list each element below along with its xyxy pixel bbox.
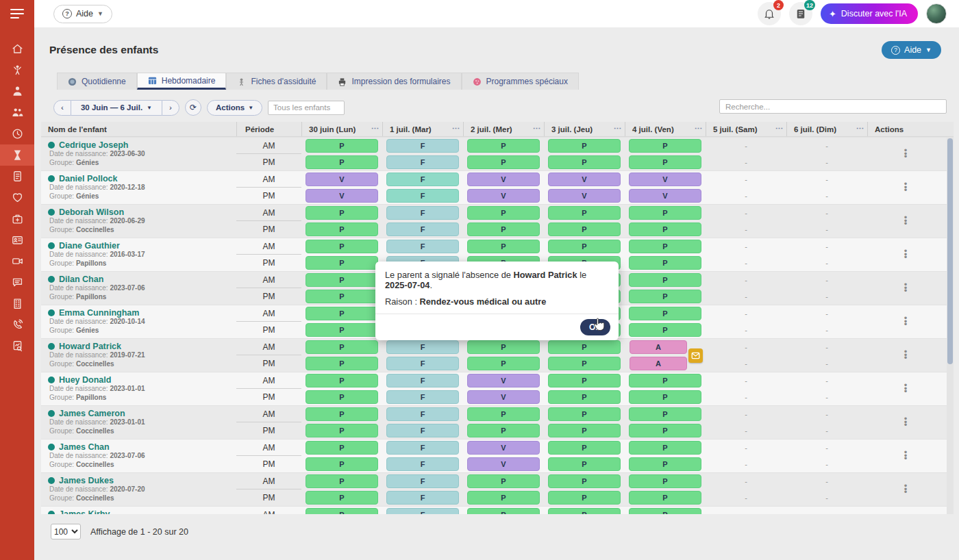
status-cell-p[interactable]: P	[629, 206, 701, 220]
status-cell-a[interactable]: A	[630, 357, 687, 370]
status-cell-p[interactable]: P	[548, 390, 621, 404]
status-cell-p[interactable]: P	[629, 290, 701, 303]
status-cell-p[interactable]: P	[548, 374, 621, 387]
row-menu-icon[interactable]: •••	[904, 149, 908, 159]
status-cell-p[interactable]: P	[306, 273, 378, 287]
status-cell-v[interactable]: V	[467, 390, 540, 404]
sidebar-item-report[interactable]	[0, 335, 34, 357]
status-cell-p[interactable]: P	[467, 407, 540, 421]
status-cell-p[interactable]: P	[306, 206, 378, 220]
previous-week-button[interactable]: ‹	[53, 100, 71, 116]
status-cell-f[interactable]: F	[386, 457, 459, 471]
status-cell-p[interactable]: P	[306, 474, 378, 488]
status-cell-f[interactable]: F	[386, 508, 459, 514]
status-cell-a[interactable]: A	[630, 340, 687, 354]
row-menu-icon[interactable]: •••	[904, 183, 908, 192]
status-cell-p[interactable]: P	[629, 441, 701, 455]
status-cell-p[interactable]: P	[548, 474, 621, 488]
sidebar-item-chat[interactable]	[0, 272, 34, 293]
status-cell-v[interactable]: V	[548, 173, 621, 186]
child-name-link[interactable]: Huey Donald	[48, 375, 234, 385]
status-cell-f[interactable]: F	[386, 340, 459, 354]
status-cell-p[interactable]: P	[629, 390, 701, 404]
status-cell-f[interactable]: F	[386, 357, 459, 370]
sidebar-item-child[interactable]	[0, 60, 34, 81]
status-cell-p[interactable]: P	[306, 457, 378, 471]
actions-dropdown[interactable]: Actions ▼	[207, 100, 262, 116]
status-cell-p[interactable]: P	[548, 206, 621, 220]
status-cell-v[interactable]: V	[629, 173, 701, 186]
tab-hebdomadaire[interactable]: Hebdomadaire	[137, 73, 227, 90]
status-cell-p[interactable]: P	[306, 340, 378, 354]
status-cell-f[interactable]: F	[386, 374, 459, 387]
status-cell-p[interactable]: P	[467, 155, 540, 169]
status-cell-p[interactable]: P	[306, 374, 378, 387]
sidebar-item-video-camera[interactable]	[0, 251, 34, 272]
status-cell-p[interactable]: P	[548, 357, 621, 370]
sidebar-item-building[interactable]	[0, 293, 34, 314]
page-size-select[interactable]: 100	[51, 524, 81, 539]
sidebar-item-phone[interactable]	[0, 314, 34, 335]
sidebar-item-parents[interactable]	[0, 102, 34, 123]
status-cell-p[interactable]: P	[467, 206, 540, 220]
status-cell-p[interactable]: P	[629, 374, 701, 387]
column-menu-icon[interactable]: ⋮	[697, 125, 700, 132]
row-menu-icon[interactable]: •••	[904, 317, 908, 327]
status-cell-p[interactable]: P	[629, 323, 701, 337]
row-menu-icon[interactable]: •••	[904, 216, 908, 226]
status-cell-p[interactable]: P	[629, 457, 701, 471]
status-cell-p[interactable]: P	[629, 407, 701, 421]
status-cell-p[interactable]: P	[467, 340, 540, 354]
status-cell-v[interactable]: V	[306, 173, 378, 186]
status-cell-p[interactable]: P	[548, 491, 621, 505]
sidebar-item-clock[interactable]	[0, 123, 34, 144]
child-name-link[interactable]: Diane Gauthier	[48, 241, 234, 251]
status-cell-v[interactable]: V	[467, 189, 540, 203]
sidebar-item-hourglass-attendance[interactable]	[0, 144, 34, 166]
status-cell-p[interactable]: P	[548, 457, 621, 471]
notifications-button[interactable]: 2	[758, 2, 781, 25]
row-menu-icon[interactable]: •••	[904, 451, 908, 461]
child-name-link[interactable]: James Dukes	[48, 476, 234, 485]
row-menu-icon[interactable]: •••	[904, 283, 908, 293]
status-cell-v[interactable]: V	[467, 441, 540, 455]
status-cell-p[interactable]: P	[467, 222, 540, 236]
status-cell-f[interactable]: F	[386, 139, 459, 153]
tab-programmes-sp-ciaux[interactable]: Programmes spéciaux	[462, 73, 579, 90]
child-name-link[interactable]: Emma Cunningham	[48, 308, 234, 318]
status-cell-f[interactable]: F	[386, 173, 459, 186]
status-cell-f[interactable]: F	[386, 222, 459, 236]
status-cell-v[interactable]: V	[548, 189, 621, 203]
status-cell-v[interactable]: V	[306, 189, 378, 203]
sidebar-item-notes[interactable]	[0, 166, 34, 187]
status-cell-p[interactable]: P	[629, 222, 701, 236]
child-name-link[interactable]: James Cameron	[48, 409, 234, 418]
status-cell-p[interactable]: P	[548, 155, 621, 169]
status-cell-f[interactable]: F	[386, 390, 459, 404]
status-cell-p[interactable]: P	[467, 491, 540, 505]
sidebar-item-medical-kit[interactable]	[0, 208, 34, 229]
tab-quotidienne[interactable]: Quotidienne	[57, 73, 137, 90]
status-cell-p[interactable]: P	[306, 508, 378, 514]
status-cell-p[interactable]: P	[467, 508, 540, 514]
vertical-scrollbar[interactable]	[947, 137, 954, 514]
status-cell-p[interactable]: P	[629, 424, 701, 437]
menu-icon[interactable]	[0, 0, 34, 27]
column-menu-icon[interactable]: ⋮	[374, 125, 377, 132]
row-menu-icon[interactable]: •••	[904, 485, 908, 494]
status-cell-p[interactable]: P	[629, 508, 701, 514]
row-menu-icon[interactable]: •••	[904, 418, 908, 427]
column-menu-icon[interactable]: ⋮	[536, 125, 538, 132]
next-week-button[interactable]: ›	[162, 100, 179, 116]
page-help-button[interactable]: ? Aide ▼	[882, 41, 941, 59]
scrollbar-thumb[interactable]	[947, 138, 953, 364]
child-name-link[interactable]: Cedrique Joseph	[48, 140, 234, 150]
status-cell-p[interactable]: P	[467, 474, 540, 488]
status-cell-p[interactable]: P	[306, 240, 378, 253]
row-menu-icon[interactable]: •••	[904, 250, 908, 259]
child-name-link[interactable]: Deborah Wilson	[48, 207, 234, 217]
column-menu-icon[interactable]: ⋮	[616, 125, 619, 132]
status-cell-f[interactable]: F	[386, 424, 459, 437]
status-cell-p[interactable]: P	[306, 155, 378, 169]
status-cell-p[interactable]: P	[629, 155, 701, 169]
